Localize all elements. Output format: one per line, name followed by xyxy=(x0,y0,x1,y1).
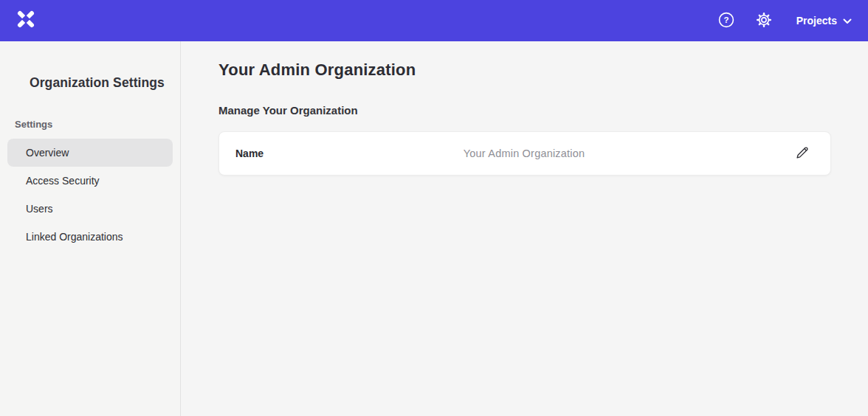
mixpanel-logo[interactable] xyxy=(13,8,38,33)
app-window: ? xyxy=(0,0,868,416)
page-body: Organization Settings Settings Overview … xyxy=(0,41,868,416)
help-button[interactable]: ? xyxy=(717,11,736,30)
sidebar-item-users[interactable]: Users xyxy=(7,195,173,223)
sidebar-section-label: Settings xyxy=(15,119,180,130)
sidebar-item-access-security[interactable]: Access Security xyxy=(7,167,173,195)
svg-text:?: ? xyxy=(723,15,728,24)
chevron-down-icon xyxy=(843,15,852,27)
section-title: Manage Your Organization xyxy=(218,104,831,117)
name-field-label: Name xyxy=(235,148,464,159)
topbar-actions: ? xyxy=(717,11,852,30)
sidebar-item-label: Linked Organizations xyxy=(26,231,123,243)
mixpanel-x-logo-icon xyxy=(16,9,36,32)
sidebar-title: Organization Settings xyxy=(0,75,180,91)
top-navbar: ? xyxy=(0,0,868,41)
sidebar-item-label: Users xyxy=(26,203,53,215)
pencil-edit-icon xyxy=(794,145,810,163)
organization-name-card: Name Your Admin Organization xyxy=(218,131,831,176)
projects-dropdown[interactable]: Projects xyxy=(796,15,852,27)
sidebar-item-label: Access Security xyxy=(26,175,100,187)
sidebar-item-linked-organizations[interactable]: Linked Organizations xyxy=(7,223,173,251)
projects-dropdown-label: Projects xyxy=(796,15,837,27)
help-circle-icon: ? xyxy=(717,11,735,31)
settings-sidebar: Organization Settings Settings Overview … xyxy=(0,41,181,416)
gear-icon xyxy=(755,11,773,31)
page-title: Your Admin Organization xyxy=(218,60,831,80)
sidebar-nav: Overview Access Security Users Linked Or… xyxy=(0,139,180,251)
settings-button[interactable] xyxy=(754,11,774,30)
sidebar-item-overview[interactable]: Overview xyxy=(7,139,173,167)
name-field-value: Your Admin Organization xyxy=(464,148,585,159)
main-content: Your Admin Organization Manage Your Orga… xyxy=(181,41,868,416)
sidebar-item-label: Overview xyxy=(26,147,69,159)
edit-name-button[interactable] xyxy=(792,143,813,164)
